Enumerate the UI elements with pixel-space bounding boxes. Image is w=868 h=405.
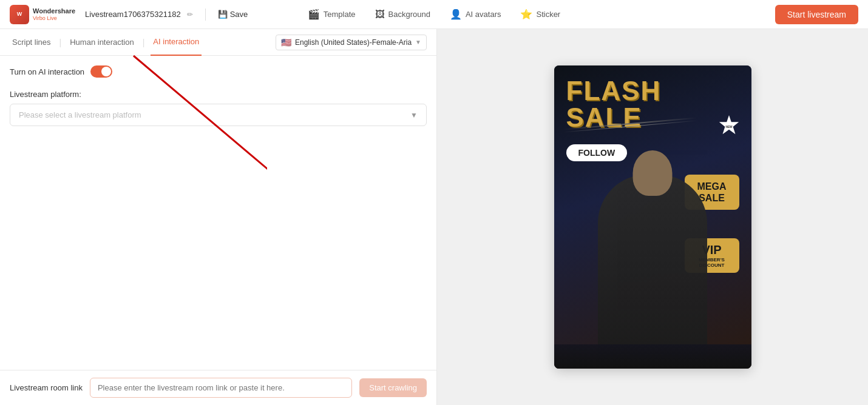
sticker-label: Sticker [536, 10, 560, 19]
background-label: Background [388, 10, 430, 19]
start-livestream-button[interactable]: Start livestream [775, 5, 858, 24]
logo-product: Virbo Live [33, 15, 75, 21]
ai-avatars-label: AI avatars [466, 10, 501, 19]
tab-ai-interaction[interactable]: AI interaction [151, 29, 202, 56]
tab-sep-2: | [143, 38, 145, 47]
follow-badge: FOLLOW [566, 144, 628, 161]
tab-human-interaction-label: Human interaction [70, 38, 134, 47]
preview-card: FLASHSALE FOLLOW NEW MEGASALE [554, 65, 751, 369]
svg-text:NEW: NEW [725, 126, 733, 129]
header-left: W Wondershare Virbo Live Livestream17063… [10, 5, 248, 24]
nav-sticker[interactable]: ⭐ Sticker [520, 8, 560, 20]
ai-interaction-toggle[interactable] [90, 65, 112, 78]
stream-title[interactable]: Livestream1706375321182 [85, 10, 181, 19]
save-icon: 💾 [218, 10, 228, 19]
app-header: W Wondershare Virbo Live Livestream17063… [0, 0, 868, 29]
flash-sale-title: FLASHSALE [566, 78, 662, 131]
tab-human-interaction[interactable]: Human interaction [67, 29, 137, 56]
lang-chevron-icon: ▼ [415, 39, 421, 45]
person-figure [598, 175, 707, 369]
platform-select-dropdown[interactable]: Please select a livestream platform ▼ [10, 104, 427, 126]
header-divider [205, 8, 206, 21]
main-layout: Script lines | Human interaction | AI in… [0, 29, 868, 405]
platform-placeholder: Please select a livestream platform [19, 110, 141, 119]
edit-icon[interactable]: ✏ [187, 10, 193, 19]
tab-script-lines[interactable]: Script lines [10, 29, 53, 56]
nav-background[interactable]: 🖼 Background [375, 9, 430, 20]
background-icon: 🖼 [375, 9, 385, 20]
tabs-row: Script lines | Human interaction | AI in… [0, 29, 436, 56]
language-selector[interactable]: 🇺🇸 English (United States)-Female-Aria ▼ [276, 35, 427, 50]
room-link-input[interactable] [90, 378, 352, 398]
nav-template[interactable]: 🎬 Template [308, 8, 356, 20]
sticker-icon: ⭐ [520, 8, 532, 20]
platform-chevron-icon: ▼ [410, 111, 418, 119]
nav-ai-avatars[interactable]: 👤 AI avatars [450, 8, 501, 20]
bottom-bar: Livestream room link Start crawling [0, 370, 436, 405]
header-nav: 🎬 Template 🖼 Background 👤 AI avatars ⭐ S… [308, 8, 560, 20]
logo-container: W Wondershare Virbo Live [10, 5, 75, 24]
content-area: Turn on AI interaction Livestream platfo… [0, 56, 436, 370]
save-label: Save [230, 10, 248, 19]
tab-script-lines-label: Script lines [12, 38, 51, 47]
lang-label: English (United States)-Female-Aria [295, 38, 412, 47]
svg-marker-1 [719, 115, 738, 134]
platform-label: Livestream platform: [10, 90, 427, 99]
tab-sep-1: | [59, 38, 62, 47]
starburst: NEW [717, 114, 741, 137]
logo-text-block: Wondershare Virbo Live [33, 7, 75, 21]
flag-icon: 🇺🇸 [281, 38, 291, 47]
preview-background: FLASHSALE FOLLOW NEW MEGASALE [554, 65, 751, 369]
room-link-label: Livestream room link [10, 383, 83, 392]
logo-icon: W [10, 5, 29, 24]
preview-bottom [554, 344, 751, 369]
toggle-label: Turn on AI interaction [10, 67, 84, 76]
logo-brand: Wondershare [33, 7, 75, 15]
toggle-row: Turn on AI interaction [10, 65, 427, 78]
save-button[interactable]: 💾 Save [218, 10, 248, 19]
ai-avatars-icon: 👤 [450, 8, 462, 20]
template-label: Template [324, 10, 356, 19]
start-crawling-button[interactable]: Start crawling [359, 378, 427, 397]
tab-ai-interaction-label: AI interaction [153, 37, 199, 46]
right-panel: FLASHSALE FOLLOW NEW MEGASALE [437, 29, 868, 405]
template-icon: 🎬 [308, 8, 320, 20]
toggle-knob [101, 67, 111, 76]
left-panel: Script lines | Human interaction | AI in… [0, 29, 437, 405]
